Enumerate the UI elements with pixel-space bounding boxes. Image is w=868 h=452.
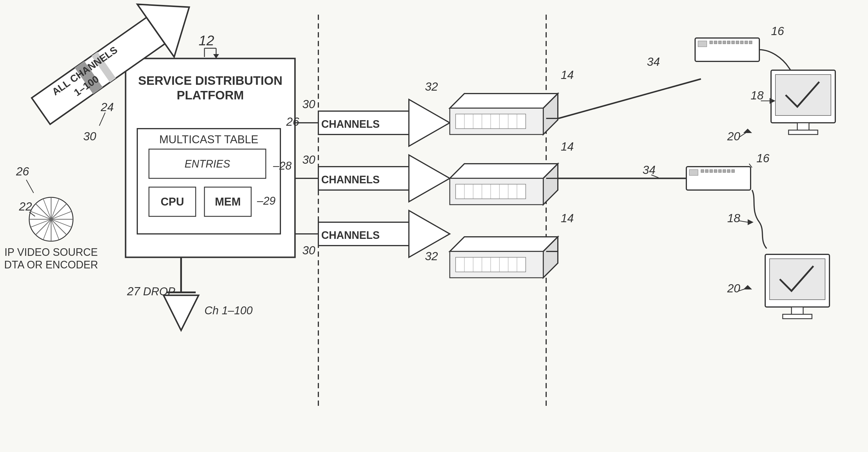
ref-18b: 18 bbox=[727, 212, 740, 225]
ref-14b: 14 bbox=[561, 140, 574, 153]
main-diagram: 12 SERVICE DISTRIBUTION PLATFORM 26 MULT… bbox=[0, 0, 868, 452]
svg-rect-86 bbox=[723, 41, 726, 44]
svg-rect-119 bbox=[783, 314, 812, 319]
svg-text:CHANNELS: CHANNELS bbox=[321, 174, 380, 186]
ref-14a: 14 bbox=[561, 68, 574, 81]
diagram-container: 12 SERVICE DISTRIBUTION PLATFORM 26 MULT… bbox=[0, 0, 868, 452]
svg-text:30: 30 bbox=[302, 153, 315, 166]
svg-rect-110 bbox=[723, 170, 726, 172]
svg-rect-84 bbox=[714, 41, 717, 44]
multicast-table-label: MULTICAST TABLE bbox=[159, 133, 258, 146]
svg-rect-92 bbox=[749, 41, 752, 44]
switch-top bbox=[450, 93, 558, 135]
svg-rect-112 bbox=[732, 170, 735, 172]
ref-12: 12 bbox=[198, 33, 214, 48]
ref-24: 24 bbox=[100, 101, 114, 113]
ip-video-source bbox=[29, 197, 73, 241]
svg-rect-91 bbox=[745, 41, 748, 44]
ip-video-label2: DTA OR ENCODER bbox=[4, 259, 98, 271]
svg-rect-89 bbox=[736, 41, 739, 44]
cpu-label: CPU bbox=[161, 196, 184, 208]
svg-rect-82 bbox=[698, 41, 707, 47]
svg-rect-106 bbox=[705, 170, 708, 172]
svg-marker-47 bbox=[450, 93, 558, 108]
platform-title-line1: SERVICE DISTRIBUTION bbox=[138, 74, 282, 87]
ch-range-label: Ch 1–100 bbox=[205, 304, 253, 317]
svg-marker-69 bbox=[450, 237, 558, 251]
ref-26b: 26 bbox=[16, 165, 29, 178]
entries-label: ENTRIES bbox=[185, 158, 230, 170]
ref-18a: 18 bbox=[751, 89, 764, 102]
svg-rect-85 bbox=[718, 41, 721, 44]
svg-rect-105 bbox=[701, 170, 704, 172]
svg-rect-111 bbox=[727, 170, 730, 172]
svg-text:32: 32 bbox=[425, 250, 438, 262]
svg-text:CHANNELS: CHANNELS bbox=[321, 118, 380, 130]
ref-20a: 20 bbox=[727, 130, 740, 143]
ref-34b: 34 bbox=[643, 164, 656, 176]
svg-rect-107 bbox=[710, 170, 713, 172]
ref-29: –29 bbox=[257, 195, 275, 207]
svg-rect-88 bbox=[732, 41, 735, 44]
modem-mid bbox=[686, 167, 751, 190]
modem-top bbox=[695, 38, 760, 61]
svg-rect-117 bbox=[770, 259, 825, 300]
svg-text:CHANNELS: CHANNELS bbox=[321, 229, 380, 241]
switch-mid bbox=[450, 164, 558, 205]
svg-rect-90 bbox=[740, 41, 743, 44]
svg-rect-87 bbox=[727, 41, 730, 44]
svg-text:32: 32 bbox=[425, 80, 438, 93]
ref-26a: 26 bbox=[286, 115, 299, 128]
svg-marker-58 bbox=[450, 164, 558, 178]
platform-title-line2: PLATFORM bbox=[177, 88, 244, 102]
svg-rect-94 bbox=[775, 75, 831, 115]
ref-22: 22 bbox=[19, 200, 32, 213]
switch-bot bbox=[450, 237, 558, 278]
ref-16b: 16 bbox=[756, 152, 770, 165]
mem-label: MEM bbox=[215, 196, 241, 208]
svg-rect-83 bbox=[710, 41, 713, 44]
svg-text:30: 30 bbox=[302, 97, 315, 111]
ref-14c: 14 bbox=[561, 212, 574, 225]
ref-16a: 16 bbox=[771, 25, 784, 37]
ref-28: –28 bbox=[273, 160, 291, 172]
svg-rect-108 bbox=[714, 170, 717, 172]
svg-rect-109 bbox=[718, 170, 721, 172]
ref-34a: 34 bbox=[647, 55, 660, 68]
svg-text:30: 30 bbox=[302, 244, 315, 257]
svg-rect-96 bbox=[788, 130, 818, 135]
ref-30a: 30 bbox=[83, 130, 96, 143]
ip-video-label1: IP VIDEO SOURCE bbox=[4, 246, 97, 258]
ref-27: 27 bbox=[127, 285, 141, 298]
ref-20b: 20 bbox=[727, 282, 740, 295]
svg-rect-104 bbox=[689, 170, 698, 175]
